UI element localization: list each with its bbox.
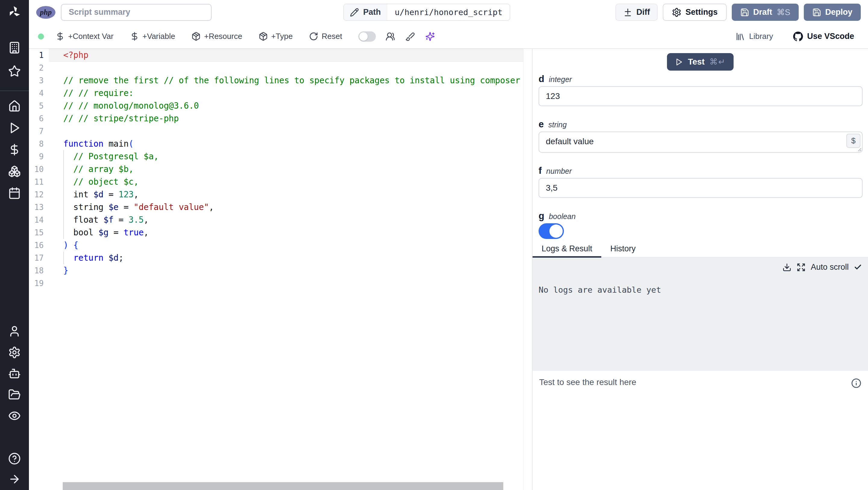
token-plain: = — [103, 190, 119, 199]
token-bracket: } — [63, 265, 68, 276]
code-line-12[interactable]: 12 int $d = 123, — [29, 188, 523, 201]
sidebar-item-boxes[interactable] — [7, 164, 22, 179]
path-label: Path — [363, 7, 381, 17]
sidebar-item-dollar[interactable] — [7, 142, 22, 157]
field-label-row: gboolean — [538, 211, 863, 220]
draft-button[interactable]: Draft ⌘S — [732, 4, 799, 21]
code-line-4[interactable]: 4// // require: — [29, 87, 523, 99]
tab-history[interactable]: History — [601, 240, 645, 257]
token-plain — [63, 177, 73, 187]
toolbar-variable-button[interactable]: +Variable — [130, 32, 176, 41]
toolbar-use-vscode-button[interactable]: Use VScode — [793, 31, 854, 41]
sidebar-item-gear[interactable] — [7, 345, 22, 359]
code-line-17[interactable]: 17 return $d; — [29, 252, 523, 264]
g-toggle[interactable] — [538, 223, 564, 239]
sidebar-item-help[interactable] — [7, 451, 22, 466]
code-line-16[interactable]: 16) { — [29, 239, 523, 252]
auto-scroll-label[interactable]: Auto scroll — [811, 262, 849, 272]
result-panel: Test to see the result here — [532, 371, 868, 490]
sidebar-item-play[interactable] — [7, 121, 22, 135]
code-line-3[interactable]: 3// remove the first // of the following… — [29, 74, 523, 87]
test-button[interactable]: Test ⌘↵ — [667, 53, 733, 70]
download-icon[interactable] — [782, 263, 792, 272]
sidebar-item-building[interactable] — [7, 40, 22, 55]
pencil-icon — [350, 8, 359, 17]
settings-button[interactable]: Settings — [663, 4, 727, 21]
script-summary-input[interactable] — [61, 4, 212, 21]
toolbar-right: LibraryUse VScode — [735, 31, 868, 41]
toolbar-paintbrush-button[interactable] — [404, 30, 417, 43]
horizontal-scrollbar[interactable] — [63, 482, 503, 490]
code-line-18[interactable]: 18} — [29, 264, 523, 277]
save-icon-slot — [812, 8, 821, 17]
code-line-10[interactable]: 10 // array $b, — [29, 163, 523, 176]
sidebar-item-bot[interactable] — [7, 366, 22, 381]
line-content: ) { — [63, 239, 79, 252]
code-line-9[interactable]: 9 // Postgresql $a, — [29, 150, 523, 163]
code-line-8[interactable]: 8function main( — [29, 138, 523, 150]
sidebar-group-workspace — [7, 40, 22, 79]
token-variable: $d — [108, 253, 119, 263]
insert-variable-button[interactable]: $ — [846, 134, 861, 148]
line-number: 7 — [29, 125, 44, 138]
token-keyword: true — [124, 228, 144, 237]
line-number: 9 — [29, 150, 44, 163]
token-comment: // array $b, — [73, 164, 133, 174]
toolbar-contextvar-button[interactable]: +Context Var — [56, 32, 114, 41]
line-content: // remove the first // of the following … — [63, 74, 520, 87]
top-bar: php Path u/henri/honored_script Diff Set… — [29, 0, 868, 24]
sidebar-item-arrow-right[interactable] — [7, 472, 22, 486]
toolbar-sparkles-button[interactable] — [424, 30, 437, 43]
sidebar-item-home[interactable] — [7, 99, 22, 113]
building-icon — [8, 41, 21, 54]
code-editor[interactable]: 1<?php23// remove the first // of the fo… — [29, 49, 524, 490]
code-line-7[interactable]: 7 — [29, 125, 523, 138]
download-icon — [782, 263, 792, 272]
code-line-19[interactable]: 19 — [29, 277, 523, 290]
deploy-button-label: Deploy — [825, 7, 852, 17]
code-line-14[interactable]: 14 float $f = 3.5, — [29, 213, 523, 226]
line-number: 19 — [29, 277, 44, 290]
field-name: d — [538, 74, 544, 85]
line-number: 6 — [29, 112, 44, 125]
f-input[interactable] — [538, 178, 863, 198]
resize-handle-icon[interactable] — [856, 146, 862, 152]
code-line-1[interactable]: 1<?php — [29, 49, 523, 62]
diff-button[interactable]: Diff — [615, 4, 658, 21]
package-icon — [258, 32, 268, 41]
token-keyword: function — [63, 139, 103, 149]
code-line-2[interactable]: 2 — [29, 62, 523, 74]
draft-shortcut: ⌘S — [777, 7, 790, 17]
info-icon[interactable] — [851, 378, 861, 388]
toolbar-reset-button[interactable]: Reset — [309, 32, 342, 41]
code-line-5[interactable]: 5// // monolog/monolog@3.6.0 — [29, 99, 523, 112]
toolbar-library-button[interactable]: Library — [735, 32, 773, 41]
token-plain: bool — [63, 228, 98, 237]
line-number: 11 — [29, 176, 44, 188]
toolbar-resource-button[interactable]: +Resource — [191, 32, 242, 41]
play-icon — [675, 58, 683, 66]
expand-icon[interactable] — [797, 263, 806, 272]
sidebar-item-folder-open[interactable] — [7, 387, 22, 402]
check-icon[interactable] — [854, 263, 862, 271]
token-plain: int — [63, 190, 93, 199]
windmill-logo[interactable] — [7, 4, 22, 20]
windmill-script-editor: { "topbar": { "language_badge": "php", "… — [0, 0, 868, 490]
sidebar-item-user[interactable] — [7, 324, 22, 339]
e-textarea[interactable] — [538, 132, 863, 153]
deploy-button[interactable]: Deploy — [804, 4, 861, 21]
dollar-icon — [8, 143, 21, 156]
toolbar-users-button[interactable] — [384, 30, 397, 43]
code-line-11[interactable]: 11 // object $c, — [29, 176, 523, 188]
sidebar-item-star[interactable] — [7, 64, 22, 79]
toolbar-type-button[interactable]: +Type — [258, 32, 293, 41]
code-line-6[interactable]: 6// // stripe/stripe-php — [29, 112, 523, 125]
sidebar-item-eye[interactable] — [7, 408, 22, 423]
d-input[interactable] — [538, 86, 863, 106]
code-line-15[interactable]: 15 bool $g = true, — [29, 226, 523, 239]
sidebar-item-calendar[interactable] — [7, 186, 22, 200]
path-editor[interactable]: Path u/henri/honored_script — [343, 4, 510, 21]
tab-logs-result[interactable]: Logs & Result — [532, 240, 601, 257]
diff-mode-toggle[interactable] — [358, 31, 376, 41]
code-line-13[interactable]: 13 string $e = "default value", — [29, 201, 523, 213]
